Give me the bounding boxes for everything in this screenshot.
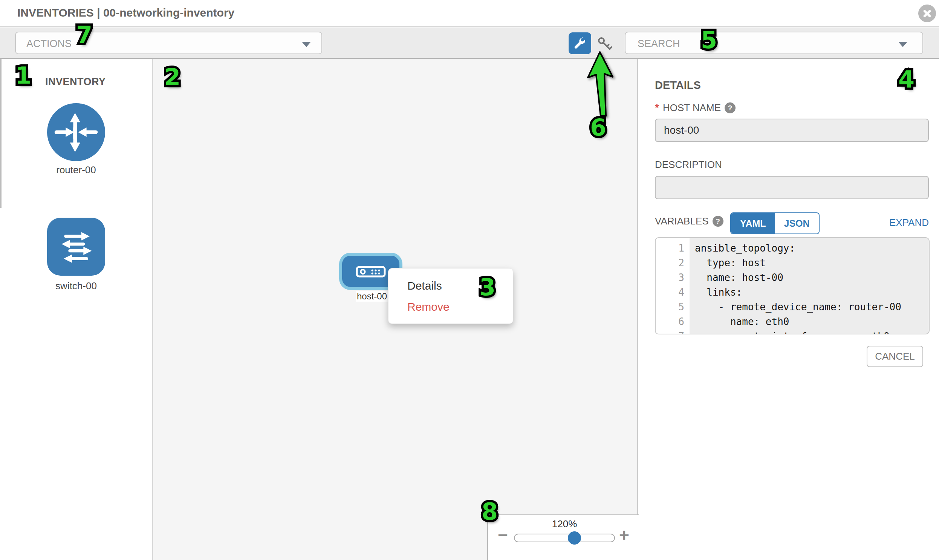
line-text: ansible_topology: [689, 241, 929, 256]
search-dropdown-label: SEARCH [638, 38, 680, 50]
page-header: INVENTORIES | 00-networking-inventory [0, 0, 939, 27]
code-line: 1 ansible_topology: [656, 241, 929, 256]
annotation-number-5: 55 [701, 29, 717, 52]
line-number: 4 [656, 285, 689, 300]
toolbar: ACTIONS SEARCH [0, 28, 939, 59]
help-icon[interactable]: ? [712, 216, 723, 227]
code-line: 2 type: host [656, 256, 929, 271]
line-number: 6 [656, 314, 689, 329]
sidebar-title: INVENTORY [45, 76, 106, 88]
help-icon[interactable]: ? [725, 102, 735, 113]
line-number: 5 [656, 300, 689, 314]
yaml-toggle-button[interactable]: YAML [731, 213, 775, 234]
annotation-number-2: 22 [164, 66, 180, 89]
host-icon [356, 264, 386, 279]
sidebar-item-switch[interactable] [47, 218, 105, 276]
search-dropdown[interactable]: SEARCH [625, 32, 923, 54]
breadcrumb: INVENTORIES | 00-networking-inventory [17, 6, 234, 19]
cancel-button[interactable]: CANCEL [867, 346, 923, 367]
sidebar-item-label: switch-00 [32, 280, 120, 292]
sidebar-item-router[interactable] [47, 103, 105, 161]
switch-icon [50, 221, 102, 273]
line-text: type: host [689, 256, 929, 271]
host-name-label: HOST NAME [663, 102, 721, 114]
code-line: 5 - remote_device_name: router-00 [656, 300, 929, 314]
host-name-label-row: * HOST NAME ? [655, 102, 735, 114]
annotation-number-7: 77 [76, 23, 93, 47]
variables-code-editor[interactable]: 1 ansible_topology: 2 type: host 3 name:… [655, 237, 930, 334]
router-icon [50, 106, 102, 158]
annotation-number-3: 33 [479, 276, 495, 299]
line-number: 2 [656, 256, 689, 271]
annotation-number-8: 88 [481, 500, 498, 523]
code-editor-padding [656, 238, 929, 241]
zoom-level-label: 120% [527, 518, 602, 530]
zoom-slider-thumb[interactable] [568, 531, 581, 545]
topology-canvas[interactable]: host-00 Details Remove 120% − + [153, 59, 638, 560]
line-text: name: eth0 [689, 314, 929, 329]
annotation-arrow-icon [583, 50, 618, 118]
sidebar-item-label: router-00 [32, 164, 120, 176]
variables-label-row: VARIABLES ? [655, 215, 723, 227]
line-number: 3 [656, 271, 689, 285]
format-toggle: YAML JSON [730, 212, 820, 234]
details-panel: DETAILS * HOST NAME ? DESCRIPTION VARIAB… [639, 59, 939, 560]
host-name-field[interactable] [655, 118, 929, 142]
zoom-control: 120% − + [487, 514, 640, 560]
line-text: remote_interface_name: eth0 [689, 329, 929, 334]
host-node-label: host-00 [356, 291, 388, 302]
description-field[interactable] [655, 176, 929, 199]
wrench-icon [573, 36, 587, 51]
description-label-row: DESCRIPTION [655, 159, 722, 171]
line-text: name: host-00 [689, 271, 929, 285]
required-marker: * [655, 102, 659, 114]
line-number: 7 [656, 329, 689, 334]
zoom-in-button[interactable]: + [619, 525, 629, 545]
chevron-down-icon [302, 42, 311, 47]
annotation-number-6: 66 [590, 116, 606, 139]
zoom-slider-track[interactable] [514, 534, 615, 542]
scrollbar[interactable] [0, 59, 2, 208]
actions-dropdown-label: ACTIONS [26, 38, 72, 50]
chevron-down-icon [898, 42, 907, 47]
annotation-number-4: 44 [898, 68, 914, 91]
expand-link[interactable]: EXPAND [889, 217, 929, 229]
annotation-number-1: 11 [15, 64, 31, 88]
panel-title: DETAILS [655, 79, 701, 92]
code-line: 4 links: [656, 285, 929, 300]
inventory-sidebar: INVENTORY router-00 [0, 59, 153, 560]
code-line: 7 remote_interface_name: eth0 [656, 329, 929, 334]
variables-label: VARIABLES [655, 215, 709, 227]
actions-dropdown[interactable]: ACTIONS [15, 32, 322, 54]
line-number: 1 [656, 241, 689, 256]
json-toggle-button[interactable]: JSON [775, 213, 819, 234]
key-icon [597, 37, 613, 51]
line-text: - remote_device_name: router-00 [689, 300, 929, 314]
key-button[interactable] [597, 37, 613, 51]
zoom-out-button[interactable]: − [498, 525, 508, 545]
code-line: 6 name: eth0 [656, 314, 929, 329]
close-icon[interactable] [918, 5, 936, 22]
line-text: links: [689, 285, 929, 300]
description-label: DESCRIPTION [655, 159, 722, 171]
code-line: 3 name: host-00 [656, 271, 929, 285]
